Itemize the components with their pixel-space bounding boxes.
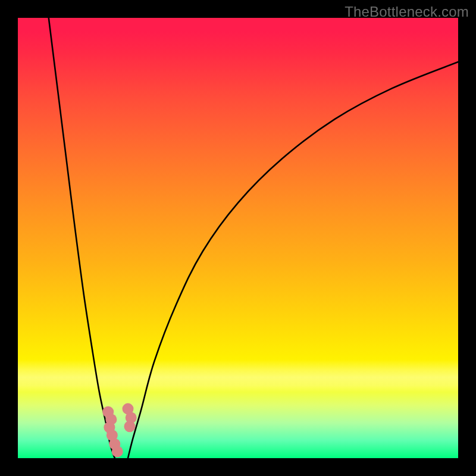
watermark-text: TheBottleneck.com [345, 4, 469, 20]
gradient-main [18, 18, 458, 458]
chart-frame [18, 18, 458, 458]
chart-background-gradient [18, 18, 458, 458]
gradient-yellow-band [18, 359, 458, 393]
